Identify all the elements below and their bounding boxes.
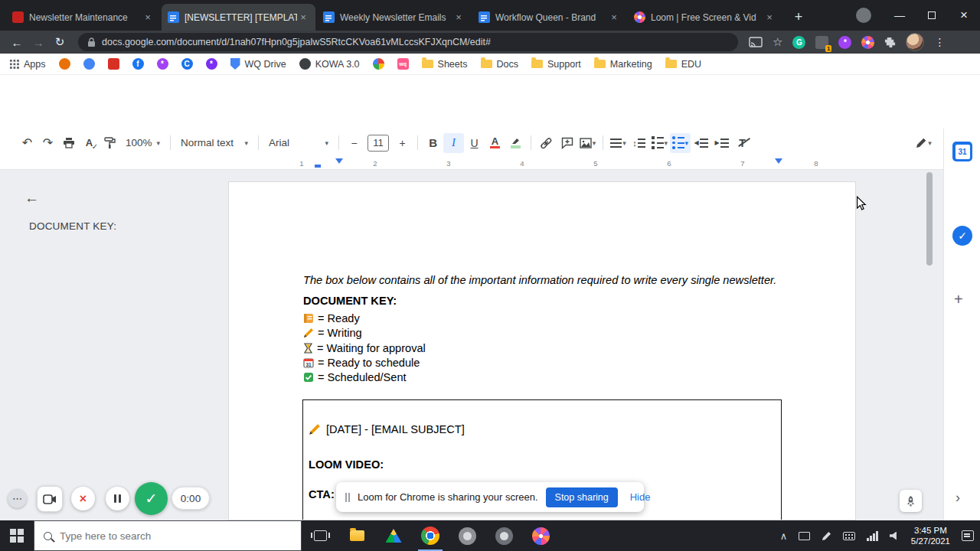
extension-with-badge-icon[interactable]: 1: [815, 36, 828, 49]
bookmark-favicon-red[interactable]: [108, 58, 119, 70]
insert-image-icon[interactable]: ▾: [577, 133, 598, 153]
extensions-puzzle-icon[interactable]: [884, 37, 896, 48]
text-color-icon[interactable]: A: [485, 133, 505, 153]
window-close-button[interactable]: ×: [948, 0, 980, 31]
cast-icon[interactable]: [749, 37, 763, 47]
tasks-app-icon[interactable]: ✓: [952, 226, 972, 246]
google-drive-button[interactable]: [375, 520, 412, 551]
paragraph-style-select[interactable]: Normal text ▾: [175, 133, 253, 153]
extension-rocket-button[interactable]: [900, 490, 922, 512]
italic-icon[interactable]: I: [443, 133, 464, 153]
tab-workflow-queen-brand[interactable]: Workflow Queen - Brand ×: [472, 4, 626, 31]
loom-more-button[interactable]: ⋯: [8, 489, 27, 508]
bold-icon[interactable]: B: [423, 133, 443, 153]
tab-close-icon[interactable]: ×: [297, 11, 309, 24]
bookmark-favicon-rainbow[interactable]: [373, 58, 384, 70]
bookmark-folder-support[interactable]: Support: [531, 59, 581, 70]
bookmark-kowa[interactable]: KOWA 3.0: [299, 58, 360, 70]
align-icon[interactable]: ▾: [608, 133, 629, 153]
profile-avatar[interactable]: [906, 33, 924, 51]
chrome-button[interactable]: [412, 520, 449, 551]
search-input[interactable]: [60, 530, 274, 542]
drag-handle-icon[interactable]: [345, 493, 350, 502]
increase-indent-icon[interactable]: ▶: [711, 133, 732, 153]
task-view-button[interactable]: [302, 520, 338, 551]
pinned-app-button-1[interactable]: [449, 520, 485, 551]
left-indent-marker[interactable]: [315, 165, 321, 168]
close-outline-icon[interactable]: ←: [24, 190, 39, 207]
browser-menu-icon[interactable]: ⋮: [934, 36, 945, 48]
monitor-tray-icon[interactable]: [799, 532, 810, 540]
loom-camera-button[interactable]: [37, 486, 63, 512]
action-center-icon[interactable]: [962, 530, 974, 541]
file-explorer-button[interactable]: [338, 520, 375, 551]
taskbar-search[interactable]: [34, 520, 302, 551]
keyboard-tray-icon[interactable]: [843, 532, 855, 540]
font-size-field[interactable]: 11: [368, 135, 389, 152]
network-tray-icon[interactable]: [867, 531, 878, 541]
spellcheck-icon[interactable]: A✓: [79, 133, 100, 153]
tab-close-icon[interactable]: ×: [608, 11, 620, 24]
taskbar-clock[interactable]: 3:45 PM 5/27/2021: [911, 525, 950, 546]
tab-close-icon[interactable]: ×: [142, 11, 154, 24]
insert-link-icon[interactable]: [536, 133, 557, 153]
loom-cancel-button[interactable]: ×: [71, 487, 95, 510]
increase-font-size-icon[interactable]: +: [392, 133, 413, 153]
line-spacing-icon[interactable]: ↕: [629, 133, 649, 153]
clear-formatting-icon[interactable]: T: [732, 133, 753, 153]
document-page[interactable]: The box below contains all of the import…: [228, 181, 856, 520]
bookmark-favicon-asterisk[interactable]: *: [206, 58, 217, 70]
tab-close-icon[interactable]: ×: [452, 11, 465, 24]
first-line-indent-marker[interactable]: [335, 158, 343, 164]
ruler[interactable]: 1 2 3 4 5 6 7 8: [0, 157, 980, 170]
bookmark-favicon-blue[interactable]: [83, 58, 95, 70]
bookmark-folder-edu[interactable]: EDU: [665, 59, 701, 70]
hidden-icons-chevron[interactable]: ∧: [780, 530, 788, 542]
bookmark-favicon-c[interactable]: C: [181, 58, 193, 70]
vertical-scrollbar[interactable]: [926, 172, 933, 266]
pinned-app-button-2[interactable]: [485, 520, 522, 551]
paint-format-icon[interactable]: [100, 133, 120, 153]
print-icon[interactable]: [58, 133, 79, 153]
window-maximize-button[interactable]: [916, 0, 948, 31]
hide-banner-button[interactable]: Hide: [626, 488, 655, 506]
loom-app-button[interactable]: [522, 520, 559, 551]
underline-icon[interactable]: U: [464, 133, 485, 153]
get-addons-icon[interactable]: +: [954, 291, 963, 308]
bookmark-star-icon[interactable]: ☆: [773, 35, 782, 49]
start-button[interactable]: [0, 520, 34, 551]
window-minimize-button[interactable]: —: [884, 0, 916, 31]
decrease-indent-icon[interactable]: ◀: [691, 133, 711, 153]
bookmark-wq-drive[interactable]: WQ Drive: [230, 58, 286, 70]
forward-icon[interactable]: →: [28, 36, 49, 49]
font-select[interactable]: Arial ▾: [263, 133, 334, 153]
new-tab-button[interactable]: +: [789, 8, 808, 28]
bookmark-favicon-wq[interactable]: wq: [397, 58, 409, 70]
loom-finish-button[interactable]: ✓: [135, 482, 168, 515]
stop-sharing-button[interactable]: Stop sharing: [546, 487, 618, 507]
back-icon[interactable]: ←: [6, 36, 28, 49]
calendar-app-icon[interactable]: 31: [952, 142, 972, 161]
url-field[interactable]: docs.google.com/document/d/1nah07fHpn0g5…: [78, 33, 738, 51]
reload-icon[interactable]: ↻: [49, 35, 70, 49]
zoom-select[interactable]: 100% ▾: [120, 133, 165, 153]
pen-tray-icon[interactable]: [822, 531, 831, 541]
highlight-color-icon[interactable]: [505, 133, 526, 153]
tab-weekly-newsletter-emails[interactable]: Weekly Newsletter Emails ×: [317, 4, 471, 31]
purple-extension-icon[interactable]: *: [838, 36, 851, 49]
editing-mode-button[interactable]: ▾: [913, 133, 934, 153]
tab-newsletter-template[interactable]: [NEWSLETTER] [TEMPLATE ×: [162, 4, 315, 31]
tab-close-icon[interactable]: ×: [763, 11, 776, 24]
numbered-list-icon[interactable]: ▾: [649, 133, 670, 153]
bookmark-folder-marketing[interactable]: Marketing: [594, 59, 652, 70]
loom-pause-button[interactable]: [106, 487, 129, 510]
undo-icon[interactable]: ↶: [17, 133, 38, 153]
bookmark-favicon-paw[interactable]: [59, 58, 70, 70]
volume-tray-icon[interactable]: [890, 532, 900, 540]
decrease-font-size-icon[interactable]: −: [344, 133, 364, 153]
right-indent-marker[interactable]: [775, 158, 782, 164]
loom-extension-icon[interactable]: [861, 36, 874, 49]
add-comment-icon[interactable]: [557, 133, 577, 153]
bookmark-folder-sheets[interactable]: Sheets: [422, 59, 468, 70]
bookmark-folder-docs[interactable]: Docs: [481, 59, 518, 70]
